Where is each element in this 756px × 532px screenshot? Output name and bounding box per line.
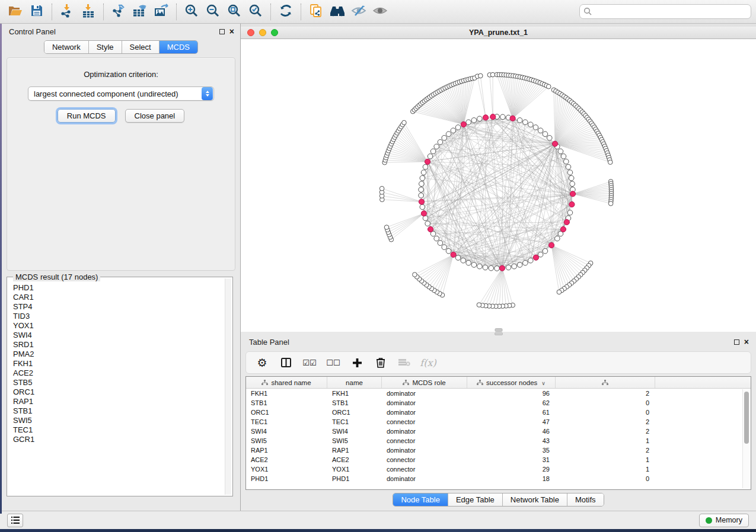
network-view[interactable] [241,39,756,332]
table-cell[interactable]: SWI5 [246,437,327,444]
close-panel-icon[interactable] [229,28,234,34]
mcds-result-item[interactable]: TID3 [13,312,224,321]
table-cell[interactable]: dominator [382,428,467,435]
task-history-button[interactable] [7,514,23,527]
table-row[interactable]: FKH1FKH1dominator962 [246,389,751,398]
table-cell[interactable]: dominator [382,447,467,454]
column-header-successor-nodes[interactable]: successor nodes [467,377,556,388]
table-cell[interactable]: SWI4 [246,428,327,435]
table-cell[interactable]: 43 [467,437,556,444]
table-cell[interactable]: connector [382,456,467,463]
network-window-titlebar[interactable]: YPA_prune.txt_1 [241,27,756,39]
tab-style[interactable]: Style [89,41,122,53]
select-all-icon[interactable] [302,355,317,370]
table-cell[interactable]: 2 [556,390,655,397]
table-cell[interactable]: dominator [382,409,467,416]
tab-mcds[interactable]: MCDS [160,41,197,53]
scrollbar-thumb[interactable] [744,392,749,444]
table-cell[interactable]: RAP1 [327,447,382,454]
table-cell[interactable]: 47 [467,418,556,425]
mcds-result-item[interactable]: SRD1 [13,340,224,350]
table-row[interactable]: ACE2ACE2connector311 [246,455,751,464]
table-cell[interactable]: 29 [467,466,556,473]
table-cell[interactable]: FKH1 [246,390,327,397]
show-panels-button[interactable] [369,2,391,21]
float-panel-icon[interactable] [734,339,739,345]
mcds-result-item[interactable]: RAP1 [13,397,224,406]
search-input[interactable] [579,4,751,19]
table-row[interactable]: RAP1RAP1dominator352 [246,446,751,455]
table-cell[interactable]: ACE2 [246,456,327,463]
table-cell[interactable]: SWI4 [327,428,382,435]
table-row[interactable]: SWI4SWI4dominator462 [246,427,751,436]
mcds-result-item[interactable]: PMA2 [13,350,224,359]
mcds-result-list[interactable]: PHD1CAR1STP4TID3YOX1SWI4SRD1PMA2FKH1ACE2… [8,280,224,495]
table-cell[interactable]: YOX1 [246,466,327,473]
table-cell[interactable]: connector [382,437,467,444]
table-row[interactable]: ORC1ORC1dominator610 [246,408,751,417]
table-cell[interactable]: ORC1 [327,409,382,416]
import-network-button[interactable] [56,2,78,21]
mcds-result-item[interactable]: STB5 [13,378,224,387]
close-panel-icon[interactable] [744,339,749,345]
table-row[interactable]: STB1STB1dominator620 [246,398,751,408]
table-cell[interactable]: connector [382,466,467,473]
table-cell[interactable]: 0 [556,409,655,416]
mcds-result-item[interactable]: TEC1 [13,425,224,435]
table-cell[interactable]: SWI5 [327,437,382,444]
close-panel-button[interactable]: Close panel [125,109,185,123]
table-cell[interactable]: YOX1 [327,466,382,473]
mcds-result-item[interactable]: SWI4 [13,331,224,340]
deselect-all-icon[interactable] [326,355,341,370]
table-cell[interactable]: 46 [467,428,556,435]
tab-select[interactable]: Select [122,41,160,53]
table-cell[interactable]: 18 [467,475,556,482]
export-network-button[interactable] [108,2,129,21]
column-header-shared-name[interactable]: shared name [246,377,327,388]
mcds-result-item[interactable]: STP4 [13,302,224,312]
tab-motifs[interactable]: Motifs [567,493,604,506]
mcds-result-item[interactable]: YOX1 [13,321,224,331]
mcds-result-item[interactable]: PHD1 [13,283,224,293]
table-cell[interactable]: TEC1 [327,418,382,425]
table-cell[interactable]: 61 [467,409,556,416]
table-cell[interactable]: 62 [467,399,556,406]
mcds-result-item[interactable]: SWI5 [13,416,224,425]
hide-panels-button[interactable] [348,2,369,21]
table-cell[interactable]: ACE2 [327,456,382,463]
mcds-result-item[interactable]: FKH1 [13,359,224,368]
table-cell[interactable]: dominator [382,390,467,397]
horizontal-splitter[interactable] [241,332,756,336]
zoom-out-button[interactable] [202,2,224,21]
table-cell[interactable]: STB1 [327,399,382,406]
table-cell[interactable]: 2 [556,418,655,425]
show-columns-icon[interactable] [278,355,294,370]
save-session-button[interactable] [26,2,47,21]
table-cell[interactable]: connector [382,418,467,425]
table-row[interactable]: PHD1PHD1dominator180 [246,474,751,483]
column-header-predecessor-nodes[interactable] [556,377,655,388]
table-cell[interactable]: 1 [556,437,655,444]
table-cell[interactable]: 96 [467,390,556,397]
table-cell[interactable]: dominator [382,475,467,482]
table-cell[interactable]: RAP1 [246,447,327,454]
mcds-result-item[interactable]: GCR1 [13,435,224,444]
table-row[interactable]: YOX1YOX1connector291 [246,464,751,474]
table-cell[interactable]: TEC1 [246,418,327,425]
table-cell[interactable]: STB1 [246,399,327,406]
table-cell[interactable]: 31 [467,456,556,463]
open-session-button[interactable] [5,2,26,21]
mcds-result-item[interactable]: ACE2 [13,368,224,378]
memory-button[interactable]: Memory [699,514,749,527]
zoom-fit-button[interactable] [224,2,245,21]
delete-columns-icon[interactable] [373,355,388,370]
tab-network[interactable]: Network [44,41,89,53]
run-mcds-button[interactable]: Run MCDS [58,109,116,123]
column-header-name[interactable]: name [327,377,382,388]
table-vscrollbar[interactable] [742,389,750,488]
table-row[interactable]: TEC1TEC1connector472 [246,417,751,427]
float-panel-icon[interactable] [219,29,225,34]
table-cell[interactable]: 35 [467,447,556,454]
zoom-selected-button[interactable] [245,2,266,21]
table-cell[interactable]: PHD1 [246,475,327,482]
